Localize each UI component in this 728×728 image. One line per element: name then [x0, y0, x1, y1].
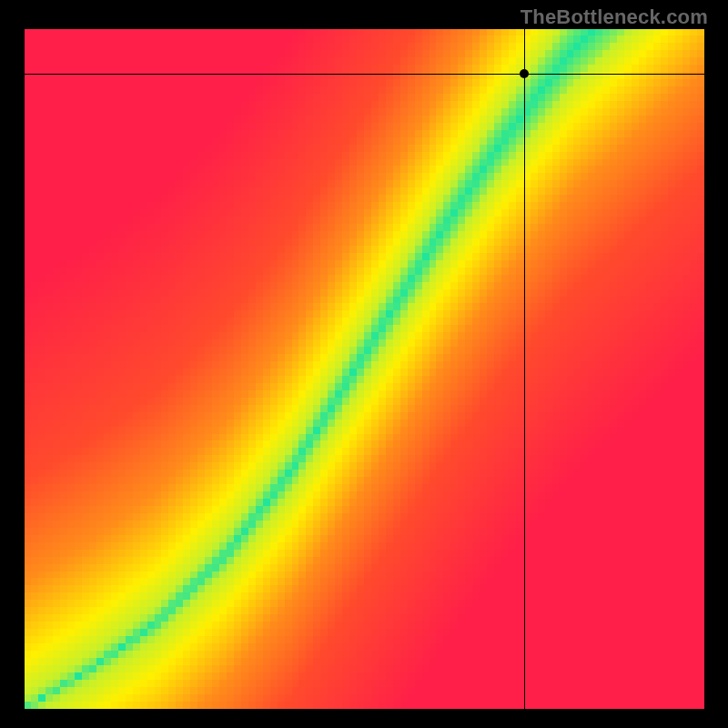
heatmap-plot-frame — [25, 29, 704, 709]
chart-container: TheBottleneck.com — [0, 0, 728, 728]
attribution-watermark: TheBottleneck.com — [521, 5, 708, 29]
bottleneck-heatmap-canvas — [25, 29, 704, 709]
